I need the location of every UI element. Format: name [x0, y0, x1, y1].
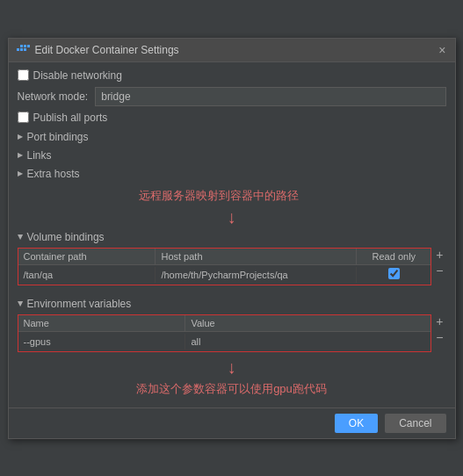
volume-side-buttons: + − — [433, 248, 445, 278]
port-bindings-header[interactable]: ▶ Port bindings — [18, 129, 446, 145]
disable-networking-checkbox[interactable] — [18, 69, 29, 81]
links-triangle: ▶ — [18, 151, 23, 159]
env-vars-header[interactable]: ▶ Environment variables — [18, 296, 446, 312]
publish-all-ports-row: Publish all ports — [18, 112, 446, 124]
volume-bindings-table-container: Container path Host path Read only /tan/… — [18, 248, 446, 289]
env-value-0: all — [185, 334, 430, 350]
env-vars-triangle: ▶ — [16, 301, 24, 307]
svg-rect-5 — [27, 45, 30, 47]
env-remove-button[interactable]: − — [433, 330, 445, 344]
ok-button[interactable]: OK — [335, 414, 378, 433]
extra-hosts-header[interactable]: ▶ Extra hosts — [18, 166, 446, 182]
volume-col-host-path: Host path — [156, 249, 357, 264]
port-bindings-label: Port bindings — [27, 131, 89, 143]
env-name-0: --gpus — [18, 334, 186, 350]
env-col-value: Value — [185, 315, 430, 331]
publish-all-ports-label: Publish all ports — [33, 112, 108, 124]
network-mode-input[interactable] — [95, 87, 445, 106]
volume-row-0: /tan/qa /home/th/PycharmProjects/qa — [18, 265, 431, 285]
env-vars-label: Environment variables — [27, 298, 132, 310]
volume-bindings-table: Container path Host path Read only /tan/… — [18, 248, 432, 285]
volume-bindings-header[interactable]: ▶ Volume bindings — [18, 229, 446, 245]
links-header[interactable]: ▶ Links — [18, 148, 446, 163]
svg-rect-2 — [24, 48, 26, 51]
env-annotation: 添加这个参数容器可以使用gpu跑代码 — [136, 381, 327, 397]
svg-rect-4 — [24, 45, 26, 47]
network-mode-row: Network mode: — [18, 87, 446, 106]
env-arrow-down: ↓ — [18, 357, 446, 378]
volume-bindings-header-row: Container path Host path Read only — [18, 249, 431, 265]
dialog-footer: OK Cancel — [9, 407, 455, 438]
env-side-buttons: + − — [433, 314, 445, 344]
title-bar: Edit Docker Container Settings × — [9, 39, 455, 62]
dialog-body: Disable networking Network mode: Publish… — [9, 62, 455, 407]
volume-bindings-label: Volume bindings — [27, 231, 105, 243]
svg-rect-1 — [20, 48, 23, 51]
volume-readonly-0 — [357, 265, 430, 284]
env-col-name: Name — [18, 315, 186, 331]
svg-rect-3 — [20, 45, 23, 47]
volume-bindings-triangle: ▶ — [16, 234, 24, 240]
dialog-title: Edit Docker Container Settings — [35, 44, 179, 56]
env-row-0: --gpus all — [18, 332, 431, 351]
volume-readonly-checkbox-0[interactable] — [388, 268, 400, 279]
volume-col-container-path: Container path — [18, 249, 156, 264]
volume-remove-button[interactable]: − — [433, 263, 445, 278]
svg-rect-0 — [17, 48, 19, 51]
links-label: Links — [27, 149, 52, 162]
volume-annotation: 远程服务器映射到容器中的路径 — [139, 188, 299, 204]
volume-add-button[interactable]: + — [433, 248, 445, 262]
volume-host-path-0: /home/th/PycharmProjects/qa — [156, 267, 357, 283]
dialog-container: Edit Docker Container Settings × Disable… — [8, 38, 456, 439]
env-add-button[interactable]: + — [433, 314, 445, 328]
close-button[interactable]: × — [437, 44, 447, 56]
env-vars-table-container: Name Value --gpus all + − — [18, 314, 446, 356]
network-mode-label: Network mode: — [18, 90, 89, 103]
port-bindings-triangle: ▶ — [18, 133, 23, 141]
title-bar-left: Edit Docker Container Settings — [16, 43, 179, 57]
disable-networking-label: Disable networking — [33, 69, 122, 82]
volume-arrow-up: ↓ — [18, 207, 446, 227]
env-vars-table: Name Value --gpus all — [18, 314, 432, 352]
disable-networking-row: Disable networking — [18, 69, 446, 82]
volume-col-read-only: Read only — [357, 249, 430, 264]
extra-hosts-triangle: ▶ — [18, 169, 23, 177]
cancel-button[interactable]: Cancel — [385, 414, 445, 433]
env-vars-header-row: Name Value — [18, 315, 431, 332]
extra-hosts-label: Extra hosts — [27, 168, 80, 180]
docker-icon — [16, 43, 30, 57]
publish-all-ports-checkbox[interactable] — [18, 112, 29, 123]
volume-container-path-0: /tan/qa — [18, 267, 156, 283]
